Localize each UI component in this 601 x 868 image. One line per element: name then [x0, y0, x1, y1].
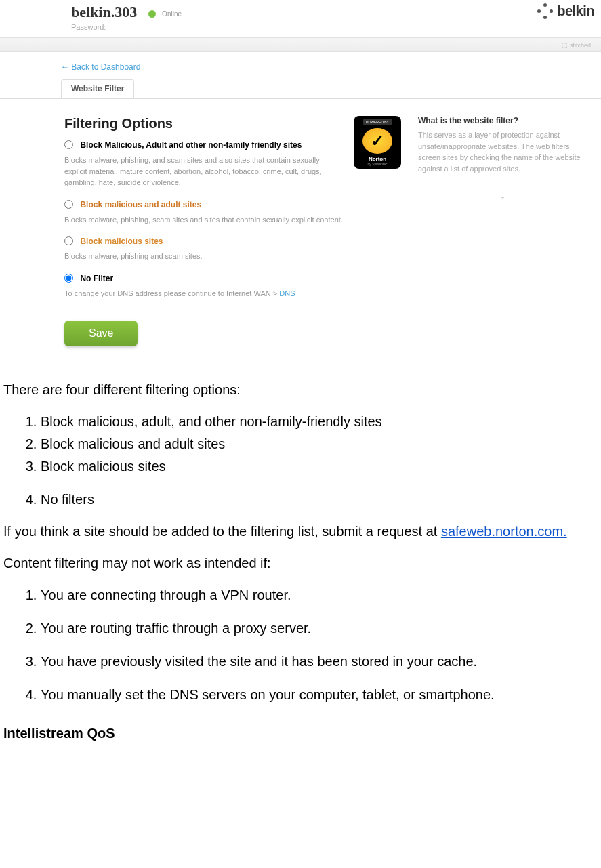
norton-text: Norton [369, 156, 386, 162]
next-section-heading: Intellistream QoS [3, 724, 587, 743]
safeweb-link[interactable]: safeweb.norton.com. [441, 524, 567, 539]
tab-bar: Website Filter [0, 79, 601, 99]
norton-powered-label: POWERED BY [363, 119, 392, 125]
belkin-logo: belkin [537, 3, 594, 19]
dns-link[interactable]: DNS [279, 289, 295, 297]
list-item: You are routing traffic through a proxy … [41, 619, 587, 638]
radio-block-malicious-adult[interactable] [64, 200, 73, 209]
radio-block-all[interactable] [64, 140, 73, 149]
filter-option-block-all[interactable]: Block Malicious, Adult and other non-fam… [64, 138, 401, 188]
status-text: Online [162, 10, 182, 18]
opt-desc: To change your DNS address please contin… [64, 288, 401, 299]
dns-desc-prefix: To change your DNS address please contin… [64, 289, 279, 297]
norton-subtext: by Symantec [368, 162, 388, 166]
list-item: Block malicious and adult sites [41, 435, 587, 453]
norton-badge: POWERED BY ✓ Norton by Symantec [354, 116, 401, 169]
content-area: POWERED BY ✓ Norton by Symantec Filterin… [0, 99, 601, 346]
password-label: Password: [71, 23, 106, 31]
opt-label: No Filter [80, 274, 113, 283]
status-dot-icon [148, 10, 156, 18]
filter-option-block-malicious-adult[interactable]: Block malicious and adult sites Blocks m… [64, 198, 401, 226]
network-name: belkin.303 [71, 3, 137, 20]
gray-stripe: ⬚ stitched [0, 37, 601, 52]
opt-label: Block malicious and adult sites [80, 200, 201, 209]
help-panel: What is the website filter? This serves … [418, 116, 587, 346]
filtering-options-panel: POWERED BY ✓ Norton by Symantec Filterin… [64, 116, 401, 346]
opt-desc: Blocks malware, phishing, and scam sites… [64, 154, 401, 188]
brand-text: belkin [557, 3, 594, 19]
document-body: There are four different filtering optio… [0, 360, 601, 756]
opt-desc: Blocks malware, phishing and scam sites. [64, 251, 401, 262]
help-text: This serves as a layer of protection aga… [418, 129, 587, 174]
filter-options-list: Block malicious, adult, and other non-fa… [3, 413, 587, 509]
norton-check-icon: ✓ [362, 128, 392, 154]
list-item: You manually set the DNS servers on your… [41, 686, 587, 704]
filter-option-no-filter[interactable]: No Filter To change your DNS address ple… [64, 272, 401, 299]
router-screenshot: belkin.303 Online belkin Password: ⬚ sti… [0, 0, 601, 360]
list-item: Block malicious sites [41, 457, 587, 476]
opt-label: Block Malicious, Adult and other non-fam… [80, 140, 302, 150]
radio-block-malicious[interactable] [64, 236, 73, 245]
opt-label: Block malicious sites [80, 236, 163, 246]
list-item: You are connecting through a VPN router. [41, 586, 587, 604]
section-title: Filtering Options [64, 116, 401, 131]
list-item: No filters [41, 491, 587, 509]
filter-option-block-malicious[interactable]: Block malicious sites Blocks malware, ph… [64, 234, 401, 262]
caveat-intro: Content filtering may not work as intend… [3, 554, 587, 573]
opt-desc: Blocks malware, phishing, scam sites and… [64, 214, 401, 226]
belkin-dots-icon [537, 3, 553, 19]
list-item: Block malicious, adult, and other non-fa… [41, 413, 587, 431]
intro-paragraph: There are four different filtering optio… [3, 381, 587, 399]
submit-paragraph: If you think a site should be added to t… [3, 522, 587, 541]
radio-no-filter[interactable] [64, 274, 73, 283]
list-item: You have previously visited the site and… [41, 653, 587, 671]
back-to-dashboard-link[interactable]: ← Back to Dashboard [0, 52, 601, 79]
top-bar: belkin.303 Online belkin Password: [0, 0, 601, 37]
submit-prefix: If you think a site should be added to t… [3, 524, 441, 539]
caveat-list: You are connecting through a VPN router.… [3, 586, 587, 704]
help-title: What is the website filter? [418, 116, 587, 125]
tab-website-filter[interactable]: Website Filter [61, 79, 134, 98]
help-expand-icon[interactable]: ⌄ [418, 188, 587, 201]
save-button[interactable]: Save [64, 321, 138, 346]
